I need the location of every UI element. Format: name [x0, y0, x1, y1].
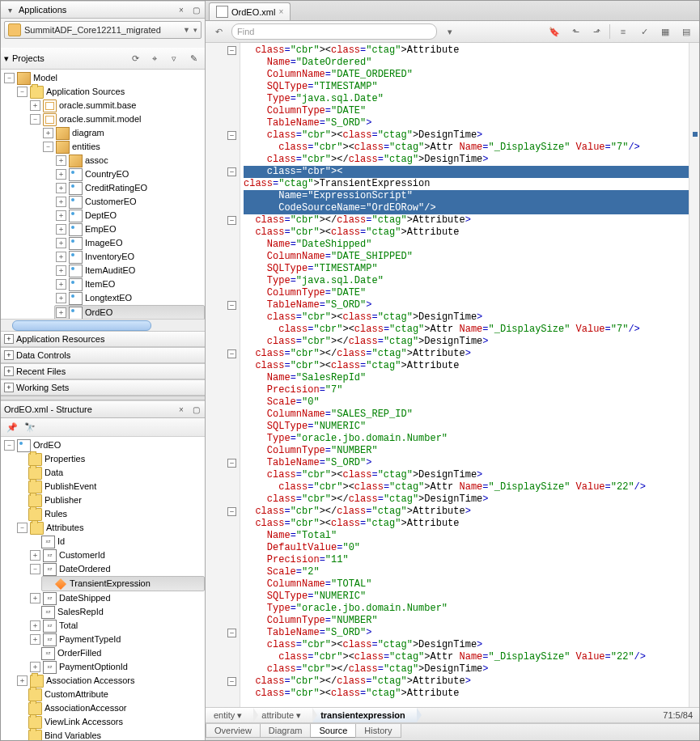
tree-node-creditratingeo[interactable]: ＋ CreditRatingEO	[54, 181, 205, 195]
bookmark-icon[interactable]: 🔖	[546, 23, 562, 40]
panel-restore-icon[interactable]: ▢	[190, 404, 202, 415]
tree-node-appsources[interactable]: －Application Sources	[15, 85, 205, 99]
bookmark-prev-icon[interactable]: ⬑	[567, 23, 583, 40]
reformat-icon[interactable]: ≡	[615, 23, 631, 40]
editor-code[interactable]: class="cbr"><class="ctag">Attribute Name…	[240, 43, 689, 707]
section-application resources[interactable]: + Application Resources	[1, 331, 205, 347]
fold-icon[interactable]: −	[227, 46, 236, 55]
fold-icon[interactable]: −	[227, 131, 236, 140]
fold-icon[interactable]: −	[227, 507, 236, 516]
projects-tree[interactable]: －Model －Application Sources ＋oracle.summ…	[1, 70, 205, 319]
panel-restore-icon[interactable]: ▢	[190, 4, 202, 15]
tree-node-pkg-model[interactable]: －oracle.summit.model	[28, 112, 205, 126]
attribute-icon: xz	[43, 563, 57, 576]
crumb-transient[interactable]: transientexpression	[312, 708, 417, 722]
struct-publishevent[interactable]: PublishEvent	[15, 480, 205, 493]
overview-ruler[interactable]	[689, 43, 699, 707]
validate-icon[interactable]: ✓	[636, 23, 652, 40]
section-data controls[interactable]: + Data Controls	[1, 347, 205, 363]
tab-ordeo[interactable]: OrdEO.xml ×	[209, 2, 291, 20]
fold-icon[interactable]: −	[227, 459, 236, 468]
struct-attr-customerid[interactable]: ＋xzCustomerId	[28, 548, 205, 562]
h-scrollbar[interactable]	[1, 319, 205, 331]
close-icon[interactable]: ×	[278, 7, 283, 16]
btab-history[interactable]: History	[355, 724, 401, 738]
struct-publisher[interactable]: Publisher	[15, 493, 205, 507]
tree-node-empeo[interactable]: ＋ EmpEO	[54, 222, 205, 236]
fold-icon[interactable]: −	[227, 629, 236, 637]
freeze-icon[interactable]: 📌	[6, 421, 19, 434]
structure-tree[interactable]: －OrdEO PropertiesDataPublishEventPublish…	[1, 437, 205, 740]
struct-attr-total[interactable]: ＋xzTotal	[28, 619, 205, 633]
struct-attr-orderfilled[interactable]: xzOrderFilled	[28, 646, 205, 660]
panel-close-icon[interactable]: ×	[176, 404, 187, 415]
section-working sets[interactable]: + Working Sets	[1, 379, 205, 396]
find-dropdown-button[interactable]: ▾	[442, 23, 458, 40]
tree-node-countryeo[interactable]: ＋ CountryEO	[54, 167, 205, 181]
folder-icon	[28, 702, 42, 715]
struct-attr-paymentoptionid[interactable]: ＋xzPaymentOptionId	[28, 660, 205, 674]
struct-bind variables[interactable]: Bind Variables	[15, 729, 205, 740]
fold-icon[interactable]: −	[227, 301, 236, 310]
tree-node-model[interactable]: －Model	[2, 71, 205, 85]
panel-menu-icon[interactable]: ×	[176, 4, 187, 15]
struct-transient-expression[interactable]: TransientExpression	[41, 576, 205, 591]
bookmark-next-icon[interactable]: ⬏	[588, 23, 605, 40]
binoculars-icon[interactable]: 🔭	[23, 421, 36, 434]
tree-node-customereo[interactable]: ＋ CustomerEO	[54, 195, 205, 209]
breadcrumb-bar: entity ▾ attribute ▾ transientexpression…	[206, 707, 699, 723]
struct-attr-dateordered[interactable]: －xzDateOrdered	[28, 562, 205, 576]
options-button[interactable]: ✎	[185, 50, 202, 66]
entity-icon	[69, 292, 83, 305]
application-selector[interactable]: SummitADF_Core12211_migrated ▼ ▾	[4, 21, 202, 39]
folder-icon	[28, 688, 42, 701]
filter-button[interactable]: ▿	[166, 50, 182, 66]
struct-root[interactable]: －OrdEO	[2, 438, 205, 452]
minimize-icon[interactable]: ▾	[4, 4, 15, 15]
btab-source[interactable]: Source	[310, 724, 356, 738]
folder-icon	[28, 508, 42, 521]
struct-customattribute[interactable]: CustomAttribute	[15, 688, 205, 701]
struct-viewlink accessors[interactable]: ViewLink Accessors	[15, 715, 205, 729]
tree-node-itemeo[interactable]: ＋ ItemEO	[54, 277, 205, 291]
struct-association accessors[interactable]: ＋Association Accessors	[15, 674, 205, 688]
struct-attr-id[interactable]: xzId	[28, 535, 205, 548]
struct-attr-salesrepid[interactable]: xzSalesRepId	[28, 605, 205, 619]
struct-associationaccessor[interactable]: AssociationAccessor	[15, 701, 205, 715]
scrollbar-thumb[interactable]	[12, 320, 151, 331]
find-input[interactable]: Find	[231, 23, 437, 40]
tree-node-longtexteo[interactable]: ＋ LongtextEO	[54, 291, 205, 305]
editor-gutter[interactable]: −−−−−−−−−−	[206, 43, 240, 707]
tree-node-ordeo[interactable]: ＋ OrdEO	[54, 305, 205, 319]
btab-overview[interactable]: Overview	[206, 724, 261, 738]
struct-data[interactable]: Data	[15, 466, 205, 480]
crumb-attribute[interactable]: attribute ▾	[253, 708, 312, 722]
btab-diagram[interactable]: Diagram	[260, 724, 312, 738]
section-recent files[interactable]: + Recent Files	[1, 363, 205, 379]
fold-icon[interactable]: −	[227, 216, 236, 225]
struct-attr-paymenttypeid[interactable]: ＋xzPaymentTypeId	[28, 633, 205, 646]
tree-node-depteo[interactable]: ＋ DeptEO	[54, 209, 205, 222]
tree-node-imageeo[interactable]: ＋ ImageEO	[54, 236, 205, 250]
struct-rules[interactable]: Rules	[15, 507, 205, 521]
app-menu-icon[interactable]: ▾	[193, 26, 197, 34]
tree-node-pkg-base[interactable]: ＋oracle.summit.base	[28, 99, 205, 112]
struct-properties[interactable]: Properties	[15, 452, 205, 466]
tree-node-entities[interactable]: －entities	[41, 140, 205, 154]
history-back-button[interactable]: ↶	[210, 23, 227, 40]
tree-node-itemauditeo[interactable]: ＋ ItemAuditEO	[54, 264, 205, 277]
tree-node-assoc[interactable]: ＋ assoc	[54, 154, 205, 167]
fold-icon[interactable]: −	[227, 677, 236, 686]
tree-node-diagram[interactable]: ＋diagram	[41, 126, 205, 140]
fold-icon[interactable]: −	[227, 167, 236, 176]
locate-button[interactable]: ⌖	[146, 50, 163, 66]
props-icon[interactable]: ▤	[678, 23, 694, 40]
xslt-icon[interactable]: ▦	[657, 23, 673, 40]
struct-attr-dateshipped[interactable]: ＋xzDateShipped	[28, 591, 205, 605]
fold-icon[interactable]: −	[227, 349, 236, 358]
crumb-entity[interactable]: entity ▾	[206, 708, 253, 722]
tree-node-inventoryeo[interactable]: ＋ InventoryEO	[54, 250, 205, 264]
refresh-button[interactable]: ⟳	[127, 50, 143, 66]
collapse-icon[interactable]: ▾	[4, 53, 9, 64]
struct-attributes[interactable]: －Attributes	[15, 521, 205, 535]
